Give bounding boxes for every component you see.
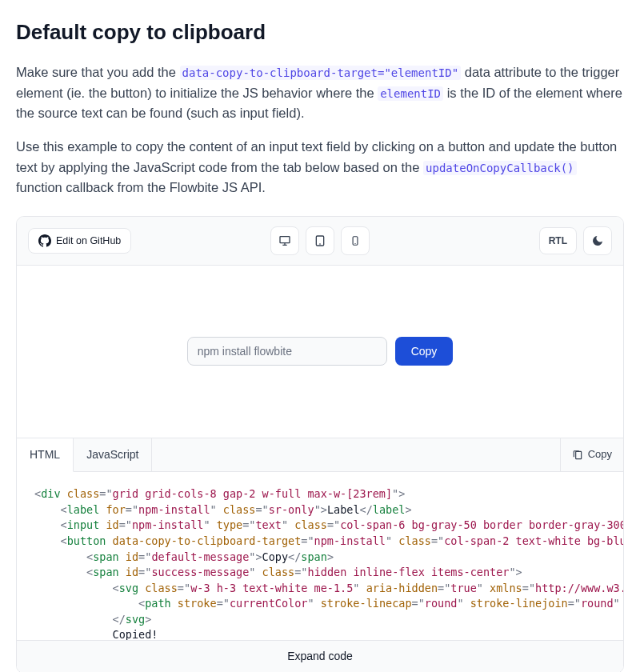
intro-paragraph-2: Use this example to copy the content of … (16, 137, 624, 198)
npm-install-input[interactable] (187, 337, 387, 366)
tab-html[interactable]: HTML (17, 438, 74, 473)
inline-code: elementID (378, 86, 443, 101)
dark-mode-button[interactable] (583, 226, 612, 255)
code-block-wrapper: <div class="grid grid-cols-8 gap-2 w-ful… (17, 472, 623, 672)
example-panel: Edit on GitHub RTL (16, 216, 624, 672)
desktop-view-button[interactable] (270, 226, 299, 255)
text: function callback from the Flowbite JS A… (16, 180, 266, 194)
text: Make sure that you add the (16, 65, 180, 79)
tablet-icon (314, 234, 326, 247)
clipboard-icon (572, 450, 583, 461)
desktop-icon (278, 234, 291, 247)
moon-icon (591, 234, 604, 247)
tablet-view-button[interactable] (306, 226, 334, 255)
rtl-toggle-button[interactable]: RTL (539, 227, 577, 254)
intro-paragraph-1: Make sure that you add the data-copy-to-… (16, 62, 624, 124)
tabs-spacer (152, 438, 559, 472)
edit-on-github-button[interactable]: Edit on GitHub (28, 228, 131, 254)
github-icon (38, 234, 51, 247)
expand-code-button[interactable]: Expand code (17, 640, 623, 672)
copy-code-button[interactable]: Copy (560, 438, 623, 472)
mobile-icon (350, 235, 361, 246)
panel-toolbar: Edit on GitHub RTL (17, 217, 623, 266)
demo-preview-area: Copy (17, 266, 623, 438)
github-button-label: Edit on GitHub (56, 235, 121, 246)
code-tabs-bar: HTML JavaScript Copy (17, 438, 623, 473)
svg-rect-7 (575, 451, 581, 458)
copy-code-label: Copy (588, 446, 612, 462)
svg-rect-0 (280, 236, 290, 242)
inline-code: updateOnCopyCallback() (423, 161, 576, 175)
tab-javascript[interactable]: JavaScript (74, 438, 152, 472)
copy-button[interactable]: Copy (395, 337, 454, 366)
code-block: <div class="grid grid-cols-8 gap-2 w-ful… (17, 472, 623, 640)
section-title: Default copy to clipboard (16, 16, 624, 48)
device-toggle-group (270, 226, 370, 255)
toolbar-right-group: RTL (539, 226, 612, 255)
inline-code: data-copy-to-clipboard-target="elementID… (180, 66, 462, 80)
mobile-view-button[interactable] (341, 226, 370, 255)
